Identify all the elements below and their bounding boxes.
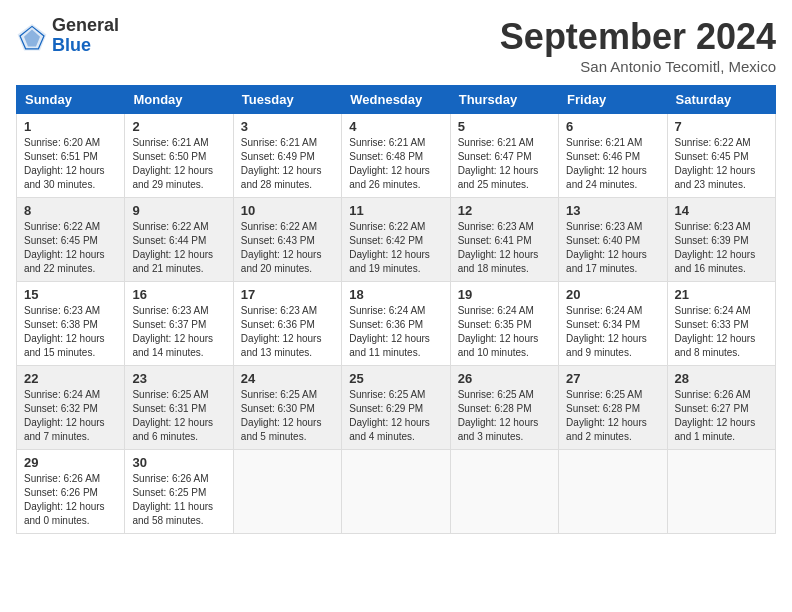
day-cell: 14Sunrise: 6:23 AM Sunset: 6:39 PM Dayli… — [667, 198, 775, 282]
day-number: 22 — [24, 371, 117, 386]
day-content: Sunrise: 6:24 AM Sunset: 6:32 PM Dayligh… — [24, 388, 117, 444]
day-cell: 11Sunrise: 6:22 AM Sunset: 6:42 PM Dayli… — [342, 198, 450, 282]
week-row-1: 1Sunrise: 6:20 AM Sunset: 6:51 PM Daylig… — [17, 114, 776, 198]
day-number: 30 — [132, 455, 225, 470]
day-number: 5 — [458, 119, 551, 134]
day-content: Sunrise: 6:24 AM Sunset: 6:35 PM Dayligh… — [458, 304, 551, 360]
day-number: 29 — [24, 455, 117, 470]
day-number: 21 — [675, 287, 768, 302]
day-content: Sunrise: 6:22 AM Sunset: 6:45 PM Dayligh… — [675, 136, 768, 192]
day-cell: 15Sunrise: 6:23 AM Sunset: 6:38 PM Dayli… — [17, 282, 125, 366]
day-number: 26 — [458, 371, 551, 386]
logo: General Blue — [16, 16, 119, 56]
calendar: SundayMondayTuesdayWednesdayThursdayFrid… — [16, 85, 776, 534]
day-number: 27 — [566, 371, 659, 386]
day-number: 6 — [566, 119, 659, 134]
day-cell: 13Sunrise: 6:23 AM Sunset: 6:40 PM Dayli… — [559, 198, 667, 282]
day-content: Sunrise: 6:26 AM Sunset: 6:26 PM Dayligh… — [24, 472, 117, 528]
day-content: Sunrise: 6:25 AM Sunset: 6:28 PM Dayligh… — [458, 388, 551, 444]
day-cell — [667, 450, 775, 534]
day-content: Sunrise: 6:25 AM Sunset: 6:28 PM Dayligh… — [566, 388, 659, 444]
day-cell: 18Sunrise: 6:24 AM Sunset: 6:36 PM Dayli… — [342, 282, 450, 366]
calendar-header-row: SundayMondayTuesdayWednesdayThursdayFrid… — [17, 86, 776, 114]
location-title: San Antonio Tecomitl, Mexico — [500, 58, 776, 75]
day-cell: 4Sunrise: 6:21 AM Sunset: 6:48 PM Daylig… — [342, 114, 450, 198]
day-cell: 8Sunrise: 6:22 AM Sunset: 6:45 PM Daylig… — [17, 198, 125, 282]
day-number: 24 — [241, 371, 334, 386]
day-content: Sunrise: 6:23 AM Sunset: 6:37 PM Dayligh… — [132, 304, 225, 360]
week-row-2: 8Sunrise: 6:22 AM Sunset: 6:45 PM Daylig… — [17, 198, 776, 282]
day-number: 25 — [349, 371, 442, 386]
day-content: Sunrise: 6:24 AM Sunset: 6:34 PM Dayligh… — [566, 304, 659, 360]
day-number: 7 — [675, 119, 768, 134]
day-content: Sunrise: 6:23 AM Sunset: 6:40 PM Dayligh… — [566, 220, 659, 276]
day-content: Sunrise: 6:24 AM Sunset: 6:36 PM Dayligh… — [349, 304, 442, 360]
day-number: 2 — [132, 119, 225, 134]
day-cell: 9Sunrise: 6:22 AM Sunset: 6:44 PM Daylig… — [125, 198, 233, 282]
day-cell: 28Sunrise: 6:26 AM Sunset: 6:27 PM Dayli… — [667, 366, 775, 450]
day-number: 10 — [241, 203, 334, 218]
day-cell: 22Sunrise: 6:24 AM Sunset: 6:32 PM Dayli… — [17, 366, 125, 450]
day-number: 17 — [241, 287, 334, 302]
day-cell — [342, 450, 450, 534]
day-number: 16 — [132, 287, 225, 302]
week-row-5: 29Sunrise: 6:26 AM Sunset: 6:26 PM Dayli… — [17, 450, 776, 534]
day-content: Sunrise: 6:23 AM Sunset: 6:36 PM Dayligh… — [241, 304, 334, 360]
day-number: 4 — [349, 119, 442, 134]
day-cell: 29Sunrise: 6:26 AM Sunset: 6:26 PM Dayli… — [17, 450, 125, 534]
day-cell: 7Sunrise: 6:22 AM Sunset: 6:45 PM Daylig… — [667, 114, 775, 198]
day-cell: 23Sunrise: 6:25 AM Sunset: 6:31 PM Dayli… — [125, 366, 233, 450]
month-title: September 2024 — [500, 16, 776, 58]
day-content: Sunrise: 6:21 AM Sunset: 6:46 PM Dayligh… — [566, 136, 659, 192]
day-number: 8 — [24, 203, 117, 218]
day-cell: 27Sunrise: 6:25 AM Sunset: 6:28 PM Dayli… — [559, 366, 667, 450]
day-number: 23 — [132, 371, 225, 386]
day-cell: 2Sunrise: 6:21 AM Sunset: 6:50 PM Daylig… — [125, 114, 233, 198]
day-content: Sunrise: 6:20 AM Sunset: 6:51 PM Dayligh… — [24, 136, 117, 192]
day-number: 9 — [132, 203, 225, 218]
week-row-3: 15Sunrise: 6:23 AM Sunset: 6:38 PM Dayli… — [17, 282, 776, 366]
day-cell: 3Sunrise: 6:21 AM Sunset: 6:49 PM Daylig… — [233, 114, 341, 198]
day-content: Sunrise: 6:25 AM Sunset: 6:30 PM Dayligh… — [241, 388, 334, 444]
day-content: Sunrise: 6:22 AM Sunset: 6:42 PM Dayligh… — [349, 220, 442, 276]
day-content: Sunrise: 6:25 AM Sunset: 6:29 PM Dayligh… — [349, 388, 442, 444]
day-number: 12 — [458, 203, 551, 218]
day-cell: 17Sunrise: 6:23 AM Sunset: 6:36 PM Dayli… — [233, 282, 341, 366]
logo-blue-text: Blue — [52, 36, 119, 56]
day-cell: 25Sunrise: 6:25 AM Sunset: 6:29 PM Dayli… — [342, 366, 450, 450]
day-number: 11 — [349, 203, 442, 218]
day-number: 19 — [458, 287, 551, 302]
day-cell: 6Sunrise: 6:21 AM Sunset: 6:46 PM Daylig… — [559, 114, 667, 198]
day-cell: 24Sunrise: 6:25 AM Sunset: 6:30 PM Dayli… — [233, 366, 341, 450]
day-number: 13 — [566, 203, 659, 218]
day-cell: 21Sunrise: 6:24 AM Sunset: 6:33 PM Dayli… — [667, 282, 775, 366]
day-content: Sunrise: 6:22 AM Sunset: 6:45 PM Dayligh… — [24, 220, 117, 276]
day-cell: 20Sunrise: 6:24 AM Sunset: 6:34 PM Dayli… — [559, 282, 667, 366]
day-number: 14 — [675, 203, 768, 218]
day-content: Sunrise: 6:25 AM Sunset: 6:31 PM Dayligh… — [132, 388, 225, 444]
day-cell: 1Sunrise: 6:20 AM Sunset: 6:51 PM Daylig… — [17, 114, 125, 198]
day-number: 15 — [24, 287, 117, 302]
day-cell: 19Sunrise: 6:24 AM Sunset: 6:35 PM Dayli… — [450, 282, 558, 366]
header-thursday: Thursday — [450, 86, 558, 114]
day-number: 1 — [24, 119, 117, 134]
day-content: Sunrise: 6:22 AM Sunset: 6:43 PM Dayligh… — [241, 220, 334, 276]
header-friday: Friday — [559, 86, 667, 114]
day-content: Sunrise: 6:23 AM Sunset: 6:38 PM Dayligh… — [24, 304, 117, 360]
day-cell — [233, 450, 341, 534]
day-number: 18 — [349, 287, 442, 302]
header-saturday: Saturday — [667, 86, 775, 114]
header-monday: Monday — [125, 86, 233, 114]
day-cell: 26Sunrise: 6:25 AM Sunset: 6:28 PM Dayli… — [450, 366, 558, 450]
day-content: Sunrise: 6:23 AM Sunset: 6:39 PM Dayligh… — [675, 220, 768, 276]
header-sunday: Sunday — [17, 86, 125, 114]
day-cell: 5Sunrise: 6:21 AM Sunset: 6:47 PM Daylig… — [450, 114, 558, 198]
title-area: September 2024 San Antonio Tecomitl, Mex… — [500, 16, 776, 75]
day-cell: 30Sunrise: 6:26 AM Sunset: 6:25 PM Dayli… — [125, 450, 233, 534]
day-content: Sunrise: 6:22 AM Sunset: 6:44 PM Dayligh… — [132, 220, 225, 276]
day-cell — [450, 450, 558, 534]
header-wednesday: Wednesday — [342, 86, 450, 114]
logo-icon — [16, 20, 48, 52]
day-number: 3 — [241, 119, 334, 134]
header-tuesday: Tuesday — [233, 86, 341, 114]
